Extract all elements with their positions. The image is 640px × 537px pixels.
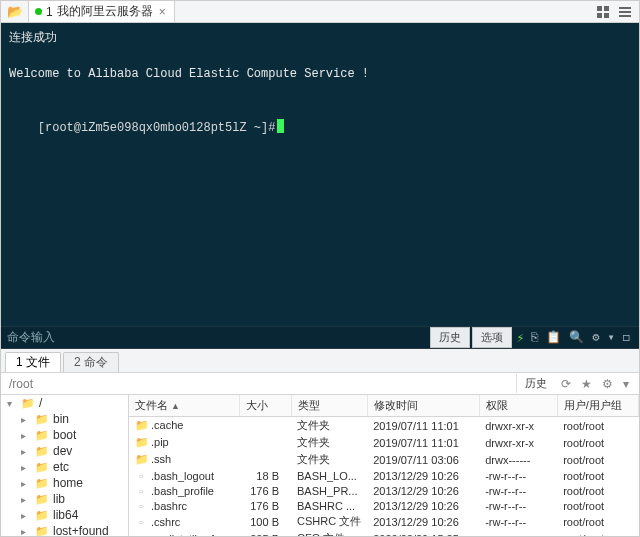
- cursor-icon: [277, 119, 284, 133]
- bolt-icon[interactable]: ⚡: [514, 330, 526, 346]
- cell-type: 文件夹: [291, 417, 367, 435]
- history-button[interactable]: 历史: [430, 327, 470, 348]
- cell-name: 📁.ssh: [129, 451, 239, 468]
- cell-type: 文件夹: [291, 451, 367, 468]
- cell-type: CSHRC 文件: [291, 513, 367, 530]
- cell-size: [239, 451, 291, 468]
- refresh-icon[interactable]: ⟳: [557, 377, 575, 391]
- tree-node[interactable]: ▸📁boot: [1, 427, 128, 443]
- folder-icon: 📁: [135, 453, 147, 466]
- col-owner[interactable]: 用户/用户组: [557, 395, 638, 417]
- tree-node[interactable]: ▸📁etc: [1, 459, 128, 475]
- pin-icon[interactable]: ◻: [620, 330, 633, 345]
- col-perm[interactable]: 权限: [479, 395, 557, 417]
- table-row[interactable]: ▫.pydistutils.cfg205 BCFG 文件2020/03/29 1…: [129, 530, 639, 536]
- table-row[interactable]: 📁.cache文件夹2019/07/11 11:01drwxr-xr-xroot…: [129, 417, 639, 435]
- cell-owner: root/root: [557, 417, 638, 435]
- file-icon: ▫: [135, 470, 147, 482]
- folder-icon: 📁: [35, 477, 49, 490]
- cell-perm: drwxr-xr-x: [479, 434, 557, 451]
- cell-size: 176 B: [239, 498, 291, 513]
- cell-perm: -rw-r--r--: [479, 468, 557, 483]
- directory-tree[interactable]: ▾ 📁 / ▸📁bin▸📁boot▸📁dev▸📁etc▸📁home▸📁lib▸📁…: [1, 395, 129, 536]
- tab-index: 1: [46, 5, 53, 19]
- terminal-blank2: [9, 83, 631, 101]
- command-input-placeholder[interactable]: 命令输入: [7, 329, 430, 346]
- terminal-banner: Welcome to Alibaba Cloud Elastic Compute…: [9, 65, 631, 83]
- tree-node-label: etc: [53, 460, 69, 474]
- pathbar-chevron-down-icon[interactable]: ▾: [619, 377, 633, 391]
- top-tabbar: 📂 1 我的阿里云服务器 ×: [1, 1, 639, 23]
- cell-size: 18 B: [239, 468, 291, 483]
- col-size[interactable]: 大小: [239, 395, 291, 417]
- svg-rect-4: [619, 7, 631, 9]
- tree-root[interactable]: ▾ 📁 /: [1, 395, 128, 411]
- svg-rect-1: [604, 6, 609, 11]
- chevron-down-icon[interactable]: ▾: [605, 330, 618, 345]
- caret-right-icon: ▸: [21, 462, 31, 473]
- folder-icon: 📁: [35, 509, 49, 522]
- table-row[interactable]: ▫.bash_profile176 BBASH_PR...2013/12/29 …: [129, 483, 639, 498]
- folder-open-icon[interactable]: 📂: [1, 1, 29, 22]
- tree-node-label: bin: [53, 412, 69, 426]
- table-row[interactable]: 📁.ssh文件夹2019/07/11 03:06drwx------root/r…: [129, 451, 639, 468]
- cell-size: [239, 417, 291, 435]
- cell-modified: 2013/12/29 10:26: [367, 498, 479, 513]
- col-type[interactable]: 类型: [291, 395, 367, 417]
- table-row[interactable]: ▫.bash_logout18 BBASH_LO...2013/12/29 10…: [129, 468, 639, 483]
- search-icon[interactable]: 🔍: [566, 330, 587, 345]
- table-row[interactable]: 📁.pip文件夹2019/07/11 11:01drwxr-xr-xroot/r…: [129, 434, 639, 451]
- cell-name: ▫.bash_logout: [129, 468, 239, 483]
- tree-node[interactable]: ▸📁dev: [1, 443, 128, 459]
- caret-right-icon: ▸: [21, 478, 31, 489]
- close-icon[interactable]: ×: [157, 5, 168, 19]
- tree-node[interactable]: ▸📁lost+found: [1, 523, 128, 536]
- tree-node[interactable]: ▸📁lib: [1, 491, 128, 507]
- cell-type: BASH_PR...: [291, 483, 367, 498]
- session-tab[interactable]: 1 我的阿里云服务器 ×: [29, 1, 175, 22]
- status-dot-icon: [35, 8, 42, 15]
- sort-asc-icon: ▲: [168, 401, 180, 411]
- cell-owner: root/root: [557, 530, 638, 536]
- tab-files[interactable]: 1 文件: [5, 352, 61, 372]
- tab-title: 我的阿里云服务器: [57, 3, 153, 20]
- cell-name: 📁.cache: [129, 417, 239, 435]
- folder-icon: 📁: [35, 493, 49, 506]
- svg-rect-5: [619, 11, 631, 13]
- caret-right-icon: ▸: [21, 430, 31, 441]
- terminal-blank: [9, 47, 631, 65]
- path-history-button[interactable]: 历史: [516, 374, 555, 393]
- caret-right-icon: ▸: [21, 494, 31, 505]
- cell-type: BASH_LO...: [291, 468, 367, 483]
- tab-commands[interactable]: 2 命令: [63, 352, 119, 372]
- paste-icon[interactable]: 📋: [543, 330, 564, 345]
- col-modified[interactable]: 修改时间: [367, 395, 479, 417]
- col-name[interactable]: 文件名▲: [129, 395, 239, 417]
- tree-node[interactable]: ▸📁bin: [1, 411, 128, 427]
- cell-owner: root/root: [557, 483, 638, 498]
- tree-root-label: /: [39, 396, 42, 410]
- terminal[interactable]: 连接成功 Welcome to Alibaba Cloud Elastic Co…: [1, 23, 639, 349]
- folder-icon: 📁: [35, 461, 49, 474]
- table-row[interactable]: ▫.cshrc100 BCSHRC 文件2013/12/29 10:26-rw-…: [129, 513, 639, 530]
- grid-view-icon[interactable]: [595, 4, 611, 20]
- cell-owner: root/root: [557, 468, 638, 483]
- bookmark-icon[interactable]: ★: [577, 377, 596, 391]
- caret-right-icon: ▸: [21, 510, 31, 521]
- path-input[interactable]: [1, 373, 516, 394]
- cell-type: CFG 文件: [291, 530, 367, 536]
- gear-icon[interactable]: ⚙: [589, 330, 602, 345]
- cell-owner: root/root: [557, 451, 638, 468]
- pathbar-gear-icon[interactable]: ⚙: [598, 377, 617, 391]
- tree-node[interactable]: ▸📁home: [1, 475, 128, 491]
- list-view-icon[interactable]: [617, 4, 633, 20]
- file-table-header-row: 文件名▲ 大小 类型 修改时间 权限 用户/用户组: [129, 395, 639, 417]
- table-row[interactable]: ▫.bashrc176 BBASHRC ...2013/12/29 10:26-…: [129, 498, 639, 513]
- cell-modified: 2020/03/29 15:25: [367, 530, 479, 536]
- tree-node[interactable]: ▸📁lib64: [1, 507, 128, 523]
- folder-icon: 📁: [35, 413, 49, 426]
- file-icon: ▫: [135, 485, 147, 497]
- options-button[interactable]: 选项: [472, 327, 512, 348]
- terminal-prompt-line: [root@iZm5e098qx0mbo0128pt5lZ ~]#: [9, 101, 631, 155]
- copy-icon[interactable]: ⎘: [528, 331, 541, 345]
